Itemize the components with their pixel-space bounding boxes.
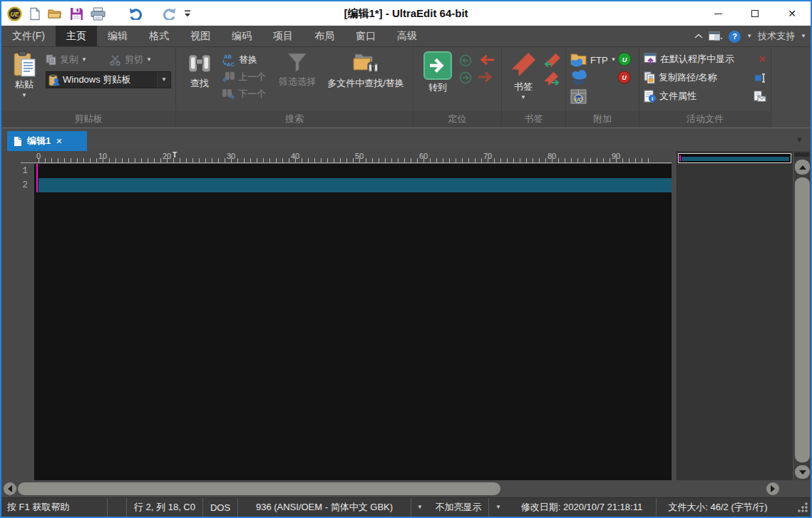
menu-advanced[interactable]: 高级 — [386, 26, 428, 46]
tab-list-dropdown-icon[interactable]: ▼ — [796, 136, 803, 144]
replace-button[interactable]: ABAC 替换 — [222, 51, 257, 68]
find-next-button[interactable]: 下一个 — [222, 86, 266, 103]
status-encoding[interactable]: 936 (ANSI/OEM - 简体中文 GBK) — [238, 498, 411, 517]
forward-position-icon[interactable] — [459, 71, 472, 84]
line-number: 1 — [14, 165, 28, 176]
menu-coding[interactable]: 编码 — [221, 26, 262, 46]
filter-funnel-icon — [286, 51, 309, 74]
menu-layout[interactable]: 布局 — [304, 26, 345, 46]
group-label-clipboard: 剪贴板 — [1, 111, 175, 128]
document-map-viewport[interactable] — [678, 153, 791, 163]
new-file-icon[interactable] — [29, 7, 41, 21]
copy-path-name-button[interactable]: 复制路径/名称 — [644, 69, 766, 86]
customize-toolbar-icon[interactable] — [184, 9, 191, 18]
email-file-icon[interactable] — [754, 90, 766, 102]
filter-select-button[interactable]: 筛选选择 — [274, 51, 320, 88]
rename-file-icon[interactable] — [754, 73, 766, 83]
next-change-icon[interactable] — [478, 71, 495, 83]
ultraftp-icon[interactable]: U — [617, 71, 631, 84]
copy-button[interactable]: 复制 ▼ — [46, 51, 87, 68]
group-label-locate: 定位 — [413, 111, 501, 128]
bookmark-button[interactable]: 书签 ▼ — [506, 51, 540, 100]
minimize-button[interactable] — [699, 1, 736, 26]
paste-button[interactable]: 粘贴 ▼ — [7, 51, 41, 98]
menu-window[interactable]: 窗口 — [345, 26, 386, 46]
close-button[interactable]: ✕ — [774, 1, 811, 26]
back-position-icon[interactable] — [459, 54, 472, 67]
file-properties-button[interactable]: i 文件属性 — [644, 88, 766, 105]
cloud-sync-icon[interactable] — [570, 68, 589, 87]
group-label-extras: 附加 — [566, 111, 639, 128]
clipboard-selector[interactable]: Windows 剪贴板 ▼ — [46, 71, 171, 88]
ribbon-mode-icon[interactable] — [709, 31, 723, 41]
menu-home[interactable]: 主页 — [56, 26, 97, 46]
help-dropdown-caret-icon[interactable]: ▼ — [746, 33, 752, 39]
horizontal-scrollbar[interactable] — [1, 480, 793, 497]
ruler-mark: 80 — [548, 152, 556, 160]
show-in-default-app-button[interactable]: 在默认程序中显示 ✕ — [644, 51, 766, 68]
bookmark-dropdown-caret-icon[interactable]: ▼ — [520, 95, 526, 100]
menu-project[interactable]: 项目 — [262, 26, 304, 46]
open-folder-icon[interactable] — [48, 8, 63, 20]
goto-button[interactable]: 转到 — [419, 51, 456, 94]
menubar: 文件(F) 主页 编辑 格式 视图 编码 项目 布局 窗口 高级 ? ▼ 技术支… — [1, 26, 811, 47]
svg-text:U: U — [622, 74, 627, 81]
cut-dropdown-caret-icon: ▼ — [146, 57, 152, 63]
text-edit-surface[interactable] — [34, 164, 672, 480]
status-help-hint: 按 F1 获取帮助 — [1, 498, 107, 517]
scroll-right-button[interactable] — [766, 482, 779, 495]
status-caret-position[interactable]: 行 2, 列 18, C0 — [127, 498, 202, 517]
support-link[interactable]: 技术支持 — [758, 30, 795, 43]
paste-clipboard-icon — [13, 51, 36, 77]
previous-bookmark-icon[interactable] — [543, 53, 560, 68]
menu-view[interactable]: 视图 — [180, 26, 221, 46]
status-line-ending[interactable]: DOS — [203, 498, 237, 517]
menu-file[interactable]: 文件(F) — [1, 26, 56, 46]
previous-change-icon[interactable] — [478, 53, 495, 66]
print-icon[interactable] — [91, 7, 106, 21]
ftp-dropdown-caret-icon[interactable]: ▼ — [611, 57, 617, 63]
goto-arrow-icon — [423, 51, 452, 80]
support-dropdown-caret-icon[interactable]: ▼ — [801, 33, 806, 39]
find-in-files-button[interactable]: 多文件中查找/替换 — [320, 51, 411, 90]
save-icon[interactable] — [70, 7, 83, 21]
tab-edit1[interactable]: 编辑1 ✕ — [7, 131, 87, 151]
group-label-active-file: 活动文件 — [639, 111, 771, 128]
paste-dropdown-caret-icon[interactable]: ▼ — [21, 93, 27, 98]
ftp-button[interactable]: FTP ▼ — [570, 51, 616, 68]
find-previous-icon — [222, 71, 235, 83]
ruler-mark: 30 — [227, 152, 235, 160]
vertical-scrollbar[interactable] — [794, 151, 812, 480]
undo-icon[interactable] — [128, 7, 144, 20]
scroll-up-button[interactable] — [795, 160, 810, 175]
copy-icon — [46, 54, 57, 66]
menu-format[interactable]: 格式 — [138, 26, 180, 46]
status-modified-date: 修改日期: 2020/10/7 21:18:11 — [508, 498, 656, 517]
scroll-down-button[interactable] — [795, 465, 810, 479]
find-previous-button[interactable]: 上一个 — [222, 68, 266, 86]
current-line-highlight — [38, 178, 672, 192]
close-file-icon[interactable]: ✕ — [758, 54, 766, 64]
document-map[interactable] — [677, 151, 793, 480]
horizontal-scroll-thumb[interactable] — [18, 482, 500, 495]
menubar-right: ? ▼ 技术支持 ▼ — [694, 26, 806, 47]
status-highlight-dropdown[interactable]: ▼ — [489, 498, 508, 517]
maximize-button[interactable] — [736, 1, 774, 26]
cut-button[interactable]: 剪切 ▼ — [110, 51, 152, 68]
ruler-mark: 50 — [355, 152, 364, 160]
ultrafinder-icon[interactable]: U — [617, 52, 632, 66]
status-encoding-dropdown[interactable]: ▼ — [411, 498, 428, 517]
clipboard-selector-dropdown[interactable]: ▼ — [157, 72, 170, 88]
collapse-ribbon-icon[interactable] — [694, 33, 703, 39]
status-highlight-mode[interactable]: 不加亮显示 — [428, 498, 488, 517]
find-button[interactable]: 查找 — [182, 51, 217, 90]
scroll-left-button[interactable] — [4, 482, 16, 495]
help-icon[interactable]: ? — [729, 31, 741, 43]
redo-icon[interactable] — [161, 7, 177, 20]
vertical-scroll-thumb[interactable] — [795, 177, 810, 462]
ultracompare-icon[interactable]: UC — [570, 89, 587, 104]
resize-grip[interactable] — [798, 502, 808, 512]
next-bookmark-icon[interactable] — [543, 71, 560, 87]
tab-close-icon[interactable]: ✕ — [56, 137, 62, 146]
menu-edit[interactable]: 编辑 — [97, 26, 138, 46]
